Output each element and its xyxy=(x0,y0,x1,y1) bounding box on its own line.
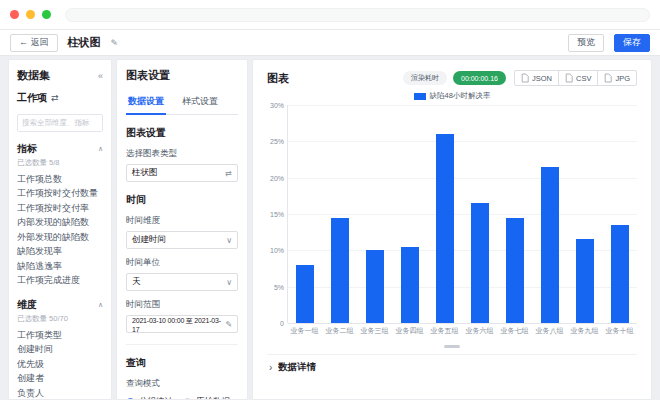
x-axis-line xyxy=(288,323,637,324)
main-area: 数据集 « 工作项 ⇄ 指标∧已选数量 5/8工作项总数工作项按时交付数量工作项… xyxy=(8,59,652,400)
bar-业务八组[interactable] xyxy=(541,167,559,323)
y-tick-label: 0 xyxy=(280,320,284,327)
field-item[interactable]: 工作项类型 xyxy=(17,328,103,343)
y-tick-label: 5% xyxy=(274,283,284,290)
time-unit-select[interactable]: 天 ∨ xyxy=(126,273,238,291)
bar-业务七组[interactable] xyxy=(506,218,524,323)
y-tick-label: 10% xyxy=(270,247,284,254)
bar-业务四组[interactable] xyxy=(401,247,419,323)
bar-业务三组[interactable] xyxy=(366,250,384,323)
dataset-panel-title: 数据集 xyxy=(17,68,50,83)
x-axis-labels: 业务一组业务二组业务三组业务四组业务五组业务六组业务七组业务八组业务九组业务十组 xyxy=(287,326,637,336)
gridline xyxy=(288,105,637,106)
y-tick-label: 25% xyxy=(270,138,284,145)
export-label: CSV xyxy=(576,74,591,83)
bar-业务二组[interactable] xyxy=(331,218,349,323)
field-item[interactable]: 内部发现的缺陷数 xyxy=(17,215,103,230)
maximize-window-icon[interactable] xyxy=(42,10,51,19)
close-window-icon[interactable] xyxy=(10,10,19,19)
swap-chart-type-icon[interactable]: ⇄ xyxy=(225,169,232,178)
section-meta: 已选数量 50/70 xyxy=(17,314,103,324)
field-item[interactable]: 缺陷发现率 xyxy=(17,244,103,259)
y-tick-label: 30% xyxy=(270,102,284,109)
file-icon xyxy=(521,73,529,83)
section-name: 维度 xyxy=(17,298,37,312)
x-tick-label: 业务八组 xyxy=(532,326,567,336)
field-item[interactable]: 工作项总数 xyxy=(17,172,103,187)
field-item[interactable]: 创建时间 xyxy=(17,342,103,357)
bar-业务五组[interactable] xyxy=(436,134,454,323)
radio-raw-data[interactable]: 原始数据 xyxy=(183,396,230,400)
file-icon xyxy=(565,73,573,83)
collapse-section-icon[interactable]: ∧ xyxy=(98,301,103,309)
chart-legend[interactable]: 缺陷48小时解决率 xyxy=(267,91,637,101)
save-button[interactable]: 保存 xyxy=(614,34,650,52)
tab-style-settings[interactable]: 样式设置 xyxy=(180,92,220,114)
chevron-right-icon: › xyxy=(269,363,272,373)
time-unit-value: 天 xyxy=(132,276,141,288)
resize-handle[interactable] xyxy=(444,345,460,348)
field-item[interactable]: 工作项按时交付数量 xyxy=(17,186,103,201)
settings-title: 图表设置 xyxy=(126,68,238,83)
chevron-down-icon: ∨ xyxy=(226,278,232,287)
export-label: JPG xyxy=(615,74,630,83)
render-time-badge: 渲染耗时 xyxy=(403,71,447,85)
x-tick-label: 业务三组 xyxy=(357,326,392,336)
time-range-value: 2021-03-10 00:00 至 2021-03-17 xyxy=(132,316,225,333)
x-tick-label: 业务二组 xyxy=(322,326,357,336)
export-json-button[interactable]: JSON xyxy=(514,70,559,86)
field-search-input[interactable] xyxy=(17,114,103,132)
tab-data-settings[interactable]: 数据设置 xyxy=(126,92,166,115)
field-item[interactable]: 创建者 xyxy=(17,371,103,386)
query-mode-label: 查询模式 xyxy=(126,378,238,390)
field-item[interactable]: 负责人 xyxy=(17,386,103,400)
chart-title: 图表 xyxy=(267,71,289,86)
field-item[interactable]: 工作项按时交付率 xyxy=(17,201,103,216)
field-item[interactable]: 工作项完成进度 xyxy=(17,273,103,288)
bar-业务六组[interactable] xyxy=(471,203,489,323)
field-item[interactable]: 优先级 xyxy=(17,357,103,372)
bar-业务十组[interactable] xyxy=(611,225,629,323)
x-tick-label: 业务十组 xyxy=(602,326,637,336)
switch-dataset-icon[interactable]: ⇄ xyxy=(51,93,59,103)
y-tick-label: 20% xyxy=(270,174,284,181)
plot-area xyxy=(287,105,637,323)
gridline xyxy=(288,141,637,142)
y-axis-labels: 05%10%15%20%25%30% xyxy=(267,105,287,323)
back-button[interactable]: ← 返回 xyxy=(10,34,58,52)
export-label: JSON xyxy=(532,74,552,83)
chevron-down-icon: ∨ xyxy=(226,236,232,245)
dataset-name: 工作项 xyxy=(17,91,47,105)
address-bar[interactable] xyxy=(65,8,650,22)
minimize-window-icon[interactable] xyxy=(26,10,35,19)
chart-type-select[interactable]: 柱状图 ⇄ xyxy=(126,164,238,182)
field-item[interactable]: 外部发现的缺陷数 xyxy=(17,230,103,245)
section-meta: 已选数量 5/8 xyxy=(17,158,103,168)
export-jpg-button[interactable]: JPG xyxy=(597,70,637,86)
export-button-group: JSONCSVJPG xyxy=(514,70,637,86)
time-dimension-label: 时间维度 xyxy=(126,215,238,227)
preview-button[interactable]: 预览 xyxy=(568,34,604,52)
group-chart-settings: 图表设置 xyxy=(126,126,238,140)
collapse-panel-icon[interactable]: « xyxy=(98,71,103,81)
bar-业务九组[interactable] xyxy=(576,239,594,323)
traffic-lights xyxy=(10,10,51,19)
y-tick-label: 15% xyxy=(270,211,284,218)
data-details-expander[interactable]: › 数据详情 xyxy=(267,354,637,374)
radio-label: 原始数据 xyxy=(196,396,230,400)
group-time: 时间 xyxy=(126,193,238,207)
edit-range-icon[interactable]: ✎ xyxy=(225,320,232,329)
bar-业务一组[interactable] xyxy=(296,265,314,323)
export-csv-button[interactable]: CSV xyxy=(558,70,598,86)
time-dimension-select[interactable]: 创建时间 ∨ xyxy=(126,231,238,249)
dataset-panel: 数据集 « 工作项 ⇄ 指标∧已选数量 5/8工作项总数工作项按时交付数量工作项… xyxy=(8,59,112,400)
field-item[interactable]: 缺陷逃逸率 xyxy=(17,259,103,274)
settings-tabs: 数据设置 样式设置 xyxy=(126,92,238,115)
edit-title-icon[interactable]: ✎ xyxy=(111,38,119,48)
radio-group-stats[interactable]: 分组统计 xyxy=(126,396,173,400)
divider xyxy=(126,344,238,345)
time-range-field[interactable]: 2021-03-10 00:00 至 2021-03-17 ✎ xyxy=(126,315,238,333)
legend-swatch xyxy=(414,93,426,100)
time-unit-label: 时间单位 xyxy=(126,257,238,269)
collapse-section-icon[interactable]: ∧ xyxy=(98,145,103,153)
